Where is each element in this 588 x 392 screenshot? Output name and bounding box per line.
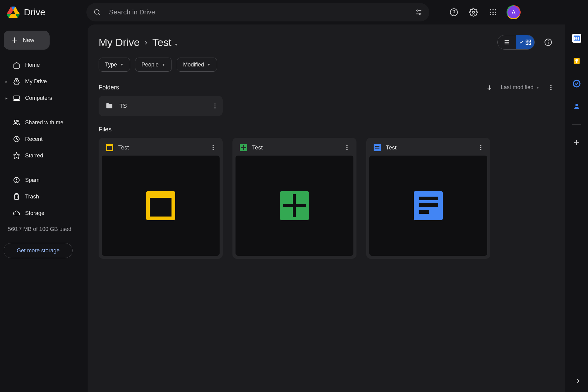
svg-point-14 [495, 12, 496, 13]
cloud-icon [13, 209, 20, 217]
apps-grid-icon [489, 9, 497, 16]
svg-rect-37 [529, 40, 531, 42]
search-options-icon[interactable] [415, 8, 423, 16]
file-more-icon[interactable] [210, 144, 217, 151]
hide-side-panel-button[interactable] [572, 375, 584, 387]
settings-button[interactable] [467, 6, 480, 18]
slides-icon [106, 144, 113, 151]
search-icon [93, 8, 101, 16]
svg-point-5 [419, 13, 420, 14]
dropdown-icon: ▼ [536, 85, 540, 90]
sidebar-item-label: Recent [25, 136, 43, 142]
more-options-icon[interactable] [548, 84, 554, 91]
file-name: Test [386, 144, 397, 151]
svg-point-16 [492, 14, 494, 15]
sidebar-item-spam[interactable]: Spam [4, 173, 82, 187]
grid-view-button[interactable] [516, 35, 534, 49]
sidebar-item-mydrive[interactable]: ▸ My Drive [4, 74, 82, 89]
storage-usage-text: 560.7 MB of 100 GB used [4, 222, 82, 236]
svg-point-42 [548, 40, 549, 41]
docs-thumb-icon [414, 191, 443, 220]
svg-point-10 [492, 9, 494, 10]
sort-dropdown[interactable]: Last modified ▼ [501, 84, 540, 91]
chevron-right-icon: › [145, 37, 147, 47]
sidebar-item-home[interactable]: Home [4, 58, 82, 72]
chevron-right-icon [575, 378, 582, 384]
file-more-icon[interactable] [344, 144, 350, 151]
dropdown-icon: ▼ [207, 62, 211, 67]
file-preview [102, 156, 220, 256]
svg-rect-22 [14, 96, 19, 100]
info-icon [544, 38, 552, 46]
svg-point-54 [346, 147, 348, 148]
sidebar-item-label: Spam [25, 177, 40, 183]
spam-icon [13, 176, 20, 184]
sidebar-item-computers[interactable]: ▸ Computers [4, 91, 82, 105]
file-name: Test [252, 144, 263, 151]
expand-icon[interactable]: ▸ [6, 79, 8, 84]
help-icon [450, 8, 458, 17]
sort-direction-icon[interactable] [486, 84, 493, 91]
breadcrumb-root[interactable]: My Drive [99, 36, 140, 48]
expand-icon[interactable]: ▸ [6, 96, 8, 100]
sidebar-item-label: Home [25, 62, 40, 68]
svg-rect-36 [526, 40, 528, 42]
folders-grid: TS [99, 96, 554, 116]
shared-icon [13, 119, 20, 126]
svg-point-66 [575, 104, 578, 106]
svg-point-49 [214, 107, 216, 109]
svg-point-50 [213, 145, 214, 146]
file-item-slides[interactable]: Test [99, 138, 223, 259]
account-avatar[interactable]: A [507, 5, 521, 19]
folder-item[interactable]: TS [99, 96, 223, 116]
sidebar-item-label: Computers [25, 95, 52, 101]
sidebar-item-storage[interactable]: Storage [4, 206, 82, 221]
search-input[interactable] [108, 8, 407, 17]
file-item-sheets[interactable]: Test [232, 138, 356, 259]
slides-thumb-icon [146, 191, 175, 220]
sheets-icon [240, 144, 247, 151]
get-more-storage-button[interactable]: Get more storage [4, 243, 73, 258]
folder-more-icon[interactable] [212, 103, 218, 109]
filter-people[interactable]: People▼ [135, 58, 172, 72]
breadcrumb-current[interactable]: Test ▼ [152, 36, 178, 48]
file-name: Test [118, 144, 129, 151]
sidebar-item-trash[interactable]: Trash [4, 189, 82, 204]
calendar-app-icon[interactable]: 31 [572, 34, 581, 43]
filter-type[interactable]: Type▼ [99, 58, 130, 72]
search-bar[interactable] [86, 3, 429, 21]
tasks-app-icon[interactable] [572, 79, 581, 88]
details-button[interactable] [542, 36, 554, 48]
file-item-docs[interactable]: Test [366, 138, 490, 259]
view-toggle [497, 35, 535, 50]
svg-rect-38 [526, 43, 528, 45]
folders-section-title: Folders [99, 84, 119, 91]
dropdown-icon: ▼ [174, 43, 178, 47]
home-icon [13, 61, 20, 69]
header-actions: A [448, 5, 521, 19]
gear-icon [469, 8, 478, 17]
sidebar-item-label: Starred [25, 153, 43, 159]
list-icon [503, 39, 510, 46]
file-preview [369, 156, 487, 256]
svg-point-55 [346, 149, 348, 150]
app-logo[interactable]: Drive [7, 6, 86, 19]
svg-line-1 [99, 14, 100, 15]
sidebar-item-shared[interactable]: Shared with me [4, 115, 82, 130]
add-addon-button[interactable] [572, 138, 581, 147]
dropdown-icon: ▼ [120, 62, 124, 67]
sidebar-item-starred[interactable]: Starred [4, 148, 82, 163]
svg-point-11 [495, 9, 496, 10]
contacts-app-icon[interactable] [572, 102, 581, 111]
keep-app-icon[interactable] [572, 56, 581, 66]
sidebar-item-recent[interactable]: Recent [4, 132, 82, 146]
apps-button[interactable] [487, 6, 499, 18]
trash-icon [13, 193, 20, 200]
help-button[interactable] [448, 6, 460, 18]
dropdown-icon: ▼ [162, 62, 165, 67]
file-more-icon[interactable] [477, 144, 484, 151]
list-view-button[interactable] [498, 35, 516, 49]
files-section-title: Files [99, 126, 111, 133]
filter-modified[interactable]: Modified▼ [177, 58, 217, 72]
new-button[interactable]: New [4, 31, 50, 50]
